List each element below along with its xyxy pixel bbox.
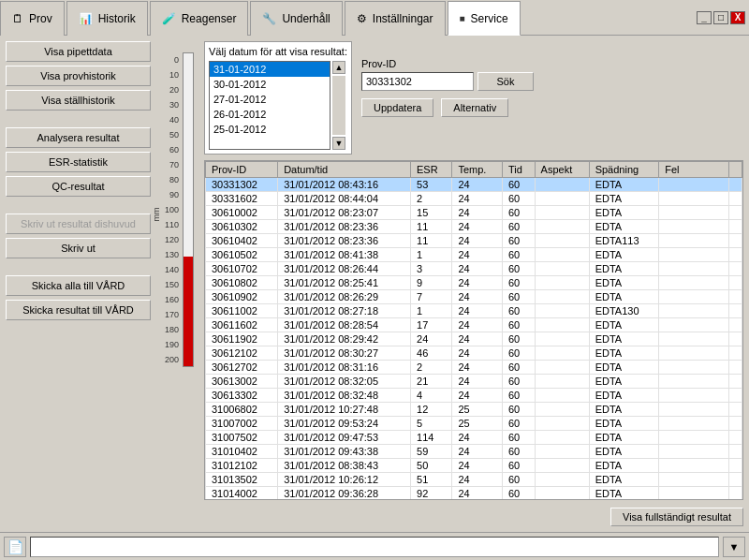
- col-tid: Tid: [502, 162, 535, 178]
- table-row[interactable]: 3100750231/01/2012 09:47:531142460EDTA: [206, 431, 742, 445]
- title-bar: 🗒 Prov 📊 Historik 🧪 Reagenser 🔧 Underhål…: [0, 0, 749, 36]
- tab-reagenser[interactable]: 🧪 Reagenser: [150, 1, 249, 36]
- visa-pipettdata-button[interactable]: Visa pipettdata: [6, 41, 151, 62]
- table-row[interactable]: 3061030231/01/2012 08:23:36112460EDTA: [206, 220, 742, 234]
- col-temp: Temp.: [452, 162, 503, 178]
- tab-service-label: Service: [471, 12, 508, 25]
- prov-id-area: Prov-ID Sök Uppdatera Alternativ: [361, 58, 534, 117]
- date-list-item-3[interactable]: 26-01-2012: [210, 107, 330, 122]
- table-row[interactable]: 3061090231/01/2012 08:26:2972460EDTA: [206, 290, 742, 304]
- uppdatera-button[interactable]: Uppdatera: [361, 98, 433, 117]
- table-row[interactable]: 3061330231/01/2012 08:32:4842460EDTA: [206, 389, 742, 403]
- table-row[interactable]: 3061190231/01/2012 08:29:42242460EDTA: [206, 332, 742, 346]
- col-scrollbar-placeholder: [729, 162, 742, 178]
- tab-reagenser-label: Reagenser: [182, 12, 237, 25]
- mm-label: mm: [152, 208, 161, 222]
- visa-fullstandigt-button[interactable]: Visa fullständigt resultat: [610, 508, 743, 526]
- close-button[interactable]: X: [730, 11, 745, 24]
- results-table-container: Prov-ID Datum/tid ESR Temp. Tid Aspekt S…: [204, 160, 743, 500]
- prov-id-row: Prov-ID Sök: [361, 58, 534, 91]
- date-scroll-up[interactable]: ▲: [332, 61, 345, 74]
- esr-statistik-button[interactable]: ESR-statistik: [6, 152, 151, 172]
- table-row[interactable]: 3061210231/01/2012 08:30:27462460EDTA: [206, 346, 742, 361]
- col-spadning: Spädning: [589, 162, 659, 178]
- table-row[interactable]: 3101040231/01/2012 09:43:38592460EDTA: [206, 445, 742, 459]
- table-row[interactable]: 3061300231/01/2012 08:32:05212460EDTA: [206, 375, 742, 389]
- table-row[interactable]: 3101350231/01/2012 10:26:12512460EDTA: [206, 473, 742, 487]
- qc-resultat-button[interactable]: QC-resultat: [6, 176, 151, 197]
- tab-historik-label: Historik: [98, 12, 136, 25]
- date-selector-label: Välj datum för att visa resultat:: [209, 46, 347, 57]
- table-row[interactable]: 3100680231/01/2012 10:27:48122560EDTA: [206, 403, 742, 417]
- table-row[interactable]: 3033160231/01/2012 08:44:0422460EDTA: [206, 192, 742, 206]
- date-list-item-1[interactable]: 30-01-2012: [210, 77, 330, 92]
- table-row[interactable]: 3061080231/01/2012 08:25:4192460EDTA: [206, 276, 742, 290]
- underhall-icon: 🔧: [262, 12, 276, 25]
- analysera-resultat-button[interactable]: Analysera resultat: [6, 127, 151, 148]
- skicka-resultat-till-vard-button[interactable]: Skicka resultat till VÅRD: [6, 300, 151, 320]
- status-arrow[interactable]: ▼: [723, 537, 745, 557]
- tab-historik[interactable]: 📊 Historik: [66, 1, 148, 36]
- skriv-ut-button[interactable]: Skriv ut: [6, 238, 151, 258]
- col-aspekt: Aspekt: [535, 162, 589, 178]
- bottom-actions: Visa fullständigt resultat: [204, 506, 743, 526]
- visa-stallhistorik-button[interactable]: Visa ställhistorik: [6, 90, 151, 111]
- update-row: Uppdatera Alternativ: [361, 98, 534, 117]
- date-scroll-down[interactable]: ▼: [332, 137, 345, 150]
- table-row[interactable]: 3061050231/01/2012 08:41:3812460EDTA: [206, 248, 742, 262]
- col-esr: ESR: [411, 162, 452, 178]
- sidebar: Visa pipettdata Visa provhistorik Visa s…: [6, 41, 151, 526]
- main-content: Visa pipettdata Visa provhistorik Visa s…: [0, 36, 749, 532]
- status-bar: 📄 ▼: [0, 532, 749, 560]
- window-controls: _ □ X: [697, 0, 749, 35]
- results-table: Prov-ID Datum/tid ESR Temp. Tid Aspekt S…: [205, 161, 742, 499]
- top-controls: Välj datum för att visa resultat: 31-01-…: [204, 41, 743, 155]
- table-row[interactable]: 3061070231/01/2012 08:26:4432460EDTA: [206, 262, 742, 276]
- visa-provhistorik-button[interactable]: Visa provhistorik: [6, 66, 151, 86]
- col-datum: Datum/tid: [278, 162, 411, 178]
- table-row[interactable]: 3101210231/01/2012 08:38:43502460EDTA: [206, 459, 742, 473]
- tab-service[interactable]: ■ Service: [448, 1, 521, 36]
- alternativ-button[interactable]: Alternativ: [441, 98, 508, 117]
- skriv-ut-dishuvud-button[interactable]: Skriv ut resultat dishuvud: [6, 214, 151, 234]
- reagenser-icon: 🧪: [162, 12, 176, 25]
- date-list[interactable]: 31-01-2012 30-01-2012 27-01-2012 26-01-2…: [209, 61, 330, 150]
- table-row[interactable]: 3061100231/01/2012 08:27:1812460EDTA130: [206, 304, 742, 318]
- tab-installningar-label: Inställningar: [373, 12, 433, 25]
- table-row[interactable]: 3061160231/01/2012 08:28:54172460EDTA: [206, 318, 742, 332]
- historik-icon: 📊: [79, 12, 93, 25]
- tab-underhall-label: Underhåll: [282, 12, 330, 25]
- service-icon: ■: [460, 13, 465, 23]
- table-row[interactable]: 3061000231/01/2012 08:23:07152460EDTA: [206, 206, 742, 220]
- tab-prov[interactable]: 🗒 Prov: [0, 1, 65, 36]
- prov-id-label: Prov-ID: [361, 58, 534, 69]
- prov-id-input[interactable]: [361, 72, 474, 91]
- content-area: Välj datum för att visa resultat: 31-01-…: [204, 41, 743, 526]
- date-list-item-4[interactable]: 25-01-2012: [210, 122, 330, 137]
- maximize-button[interactable]: □: [713, 11, 728, 24]
- status-text: [30, 537, 719, 557]
- date-selector-panel: Välj datum för att visa resultat: 31-01-…: [204, 41, 352, 155]
- table-row[interactable]: 3033130231/01/2012 08:43:16532460EDTA: [206, 178, 742, 192]
- tab-underhall[interactable]: 🔧 Underhåll: [250, 1, 342, 36]
- prov-icon: 🗒: [12, 12, 23, 25]
- thermometer-area: 0 10 20 30 40 50 60 70 80 90 100 110 120…: [156, 41, 198, 526]
- table-row[interactable]: 3061270231/01/2012 08:31:1622460EDTA: [206, 361, 742, 375]
- sok-button[interactable]: Sök: [477, 72, 534, 91]
- date-list-item-0[interactable]: 31-01-2012: [210, 62, 330, 77]
- date-list-item-2[interactable]: 27-01-2012: [210, 92, 330, 107]
- col-prov-id: Prov-ID: [206, 162, 278, 178]
- tab-installningar[interactable]: ⚙ Inställningar: [345, 1, 446, 36]
- skicka-alla-till-vard-button[interactable]: Skicka alla till VÅRD: [6, 275, 151, 296]
- status-icon: 📄: [4, 537, 26, 557]
- table-row[interactable]: 3061040231/01/2012 08:23:36112460EDTA113: [206, 234, 742, 248]
- tab-prov-label: Prov: [29, 12, 52, 25]
- table-scroll[interactable]: Prov-ID Datum/tid ESR Temp. Tid Aspekt S…: [205, 161, 742, 499]
- installningar-icon: ⚙: [357, 12, 367, 25]
- minimize-button[interactable]: _: [697, 11, 712, 24]
- col-fel: Fel: [659, 162, 729, 178]
- table-row[interactable]: 3101400231/01/2012 09:36:28922460EDTA: [206, 487, 742, 500]
- table-row[interactable]: 3100700231/01/2012 09:53:2452560EDTA: [206, 417, 742, 431]
- prov-id-input-row: Sök: [361, 72, 534, 91]
